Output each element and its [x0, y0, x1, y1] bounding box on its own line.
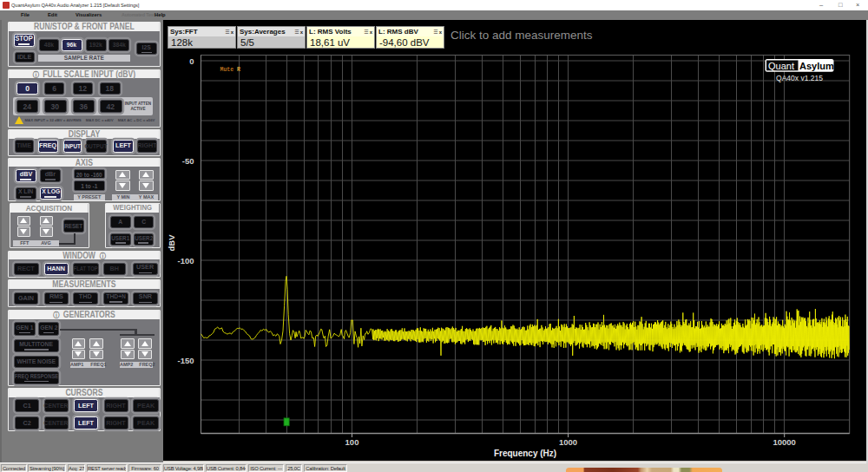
- svg-text:10000: 10000: [773, 436, 795, 446]
- svg-text:-50: -50: [182, 155, 194, 165]
- svg-text:100: 100: [345, 436, 359, 446]
- svg-text:dBV: dBV: [167, 233, 176, 251]
- svg-text:QA40x v1.215: QA40x v1.215: [776, 74, 823, 82]
- svg-text:Mute R: Mute R: [220, 67, 241, 73]
- svg-text:0: 0: [189, 56, 194, 65]
- svg-text:-100: -100: [177, 255, 194, 265]
- svg-text:Quant: Quant: [768, 60, 794, 70]
- svg-text:1000: 1000: [559, 436, 577, 446]
- svg-text:-150: -150: [177, 355, 194, 364]
- svg-text:Asylum: Asylum: [799, 60, 834, 70]
- svg-text:Frequency (Hz): Frequency (Hz): [494, 448, 556, 457]
